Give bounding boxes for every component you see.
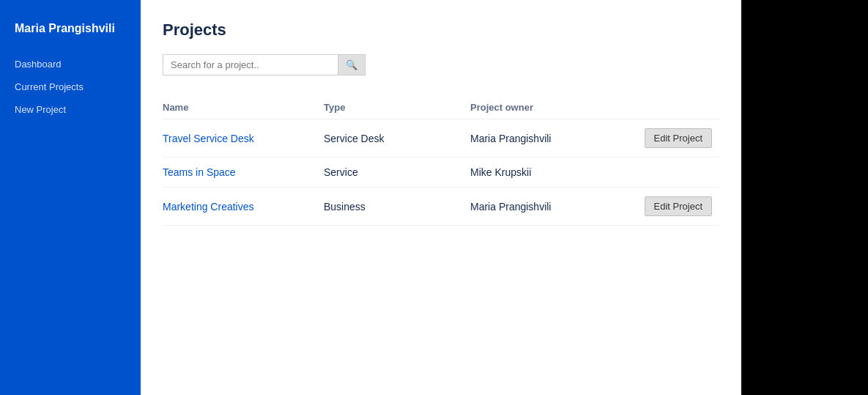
project-owner-2: Maria Prangishvili <box>470 188 631 226</box>
table-row: Teams in SpaceServiceMike Krupskii <box>163 158 719 188</box>
table-row: Marketing CreativesBusinessMaria Prangis… <box>163 188 719 226</box>
no-action-1 <box>631 158 719 188</box>
main-content: Projects 🔍 Name Type Project owner Trave… <box>141 0 741 395</box>
edit-project-button-2[interactable]: Edit Project <box>645 196 712 216</box>
sidebar-item-dashboard[interactable]: Dashboard <box>0 53 141 75</box>
right-panel <box>741 0 868 395</box>
edit-project-button-0[interactable]: Edit Project <box>645 128 712 148</box>
sidebar-item-current-projects[interactable]: Current Projects <box>0 75 141 98</box>
search-button[interactable]: 🔍 <box>338 54 366 75</box>
page-title: Projects <box>163 21 719 40</box>
project-link-0[interactable]: Travel Service Desk <box>163 133 254 144</box>
project-owner-0: Maria Prangishvili <box>470 119 631 158</box>
search-input[interactable] <box>163 54 338 75</box>
col-header-name: Name <box>163 96 324 119</box>
sidebar: Maria Prangishvili Dashboard Current Pro… <box>0 0 141 395</box>
col-header-type: Type <box>324 96 470 119</box>
project-link-2[interactable]: Marketing Creatives <box>163 201 254 213</box>
col-header-owner: Project owner <box>470 96 631 119</box>
table-row: Travel Service DeskService DeskMaria Pra… <box>163 119 719 158</box>
project-type-1: Service <box>324 158 470 188</box>
sidebar-item-new-project[interactable]: New Project <box>0 98 141 121</box>
projects-table: Name Type Project owner Travel Service D… <box>163 96 719 226</box>
project-type-2: Business <box>324 188 470 226</box>
project-type-0: Service Desk <box>324 119 470 158</box>
user-name: Maria Prangishvili <box>0 15 141 53</box>
project-link-1[interactable]: Teams in Space <box>163 166 236 178</box>
search-row: 🔍 <box>163 54 719 75</box>
col-header-action <box>631 96 719 119</box>
project-owner-1: Mike Krupskii <box>470 158 631 188</box>
